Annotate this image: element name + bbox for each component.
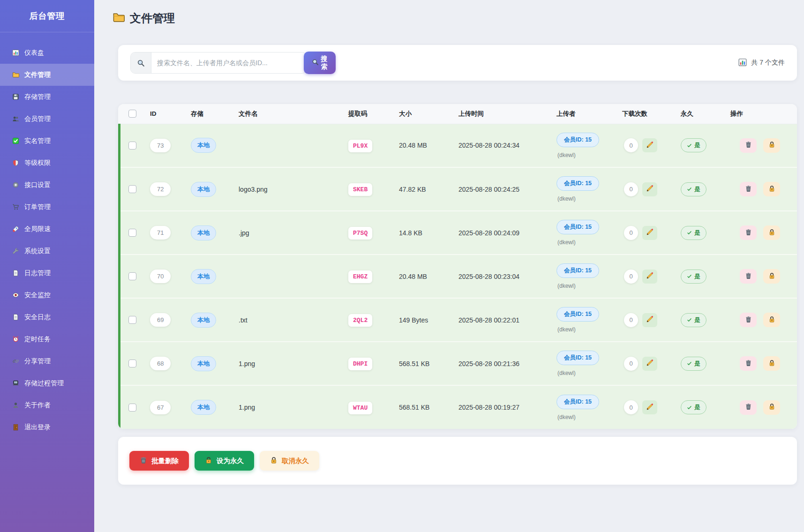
actions-cell xyxy=(740,182,797,196)
edit-downloads-button[interactable] xyxy=(642,400,657,414)
upload-time: 2025-08-28 00:24:09 xyxy=(458,229,519,237)
file-id-badge: 73 xyxy=(150,139,171,152)
toggle-permanent-button[interactable] xyxy=(763,313,780,327)
file-size: 20.48 MB xyxy=(399,142,427,149)
row-checkbox[interactable] xyxy=(128,316,136,324)
toggle-permanent-button[interactable] xyxy=(763,138,780,153)
search-icon xyxy=(131,52,151,73)
sidebar-item-orders[interactable]: 订单管理 xyxy=(0,196,94,218)
bulk-delete-label: 批量删除 xyxy=(151,457,179,465)
sidebar-item-speed-limit[interactable]: 全局限速 xyxy=(0,218,94,240)
sidebar-item-label: 等级权限 xyxy=(24,159,51,167)
storage-badge: 本地 xyxy=(191,400,216,415)
toggle-permanent-button[interactable] xyxy=(763,356,780,371)
sidebar-item-members[interactable]: 会员管理 xyxy=(0,108,94,130)
search-input[interactable] xyxy=(151,52,306,73)
upload-time: 2025-08-28 00:24:34 xyxy=(458,142,519,149)
check-icon xyxy=(687,317,692,322)
lock-icon xyxy=(270,457,278,465)
edit-downloads-button[interactable] xyxy=(642,182,657,196)
member-id-badge: 会员ID: 15 xyxy=(556,133,599,147)
delete-file-button[interactable] xyxy=(740,400,757,415)
column-header-downloads: 下载次数 xyxy=(617,104,667,124)
actions-cell xyxy=(740,400,797,415)
permanent-badge: 是 xyxy=(681,138,706,152)
column-header-uploader: 上传者 xyxy=(542,104,617,124)
search-button-label: 搜索 xyxy=(321,55,328,71)
sidebar-item-dashboard[interactable]: 仪表盘 xyxy=(0,42,94,64)
sidebar-item-label: 接口设置 xyxy=(24,181,51,189)
edit-downloads-button[interactable] xyxy=(642,138,657,152)
toggle-permanent-button[interactable] xyxy=(763,400,780,415)
download-count: 0 xyxy=(624,400,638,414)
delete-file-button[interactable] xyxy=(740,313,757,327)
row-checkbox[interactable] xyxy=(128,229,136,237)
extract-code-badge: DHPI xyxy=(348,358,372,370)
sidebar-item-storage[interactable]: 存储管理 xyxy=(0,86,94,108)
sidebar-item-security-logs[interactable]: 安全日志 xyxy=(0,306,94,328)
extract-code-badge: SKEB xyxy=(348,183,372,196)
sidebar-item-level-permissions[interactable]: 等级权限 xyxy=(0,152,94,174)
toggle-permanent-button[interactable] xyxy=(763,225,780,240)
row-checkbox[interactable] xyxy=(128,272,136,280)
delete-file-button[interactable] xyxy=(740,225,757,240)
check-icon xyxy=(687,274,692,279)
sidebar-item-stored-procedures[interactable]: 存储过程管理 xyxy=(0,372,94,394)
actions-cell xyxy=(740,356,797,371)
actions-cell xyxy=(740,313,797,327)
sidebar-item-api-settings[interactable]: 接口设置 xyxy=(0,174,94,196)
toggle-permanent-button[interactable] xyxy=(763,182,780,196)
check-icon xyxy=(687,361,692,366)
sidebar-item-files[interactable]: 文件管理 xyxy=(0,64,94,86)
sidebar-item-logout[interactable]: 退出登录 xyxy=(0,416,94,438)
permanent-badge: 是 xyxy=(681,357,706,371)
toggle-permanent-button[interactable] xyxy=(763,269,780,284)
sidebar-item-security-monitor[interactable]: 安全监控 xyxy=(0,284,94,306)
sidebar-item-log-management[interactable]: 日志管理 xyxy=(0,262,94,284)
edit-downloads-button[interactable] xyxy=(642,313,657,327)
bulk-delete-button[interactable]: 批量删除 xyxy=(129,451,189,471)
trash-icon xyxy=(745,403,752,412)
row-checkbox[interactable] xyxy=(128,360,136,367)
download-count: 0 xyxy=(624,357,638,371)
sidebar-item-about-author[interactable]: 关于作者 xyxy=(0,394,94,416)
file-table-card: ID 存储 文件名 提取码 大小 上传时间 上传者 下载次数 永久 操作 73 … xyxy=(118,104,797,429)
door-icon xyxy=(12,424,20,431)
lock-icon xyxy=(768,403,775,412)
sidebar-item-realname[interactable]: 实名管理 xyxy=(0,130,94,152)
delete-file-button[interactable] xyxy=(740,269,757,284)
pencil-icon xyxy=(646,141,654,150)
uploader-name: (dkewl) xyxy=(556,195,576,202)
sidebar-item-share-management[interactable]: 分享管理 xyxy=(0,350,94,372)
select-all-checkbox[interactable] xyxy=(128,110,136,118)
set-permanent-label: 设为永久 xyxy=(217,457,244,465)
delete-file-button[interactable] xyxy=(740,138,757,153)
row-checkbox[interactable] xyxy=(128,404,136,412)
sidebar-item-scheduled-tasks[interactable]: 定时任务 xyxy=(0,328,94,350)
search-button[interactable]: 搜索 xyxy=(304,52,336,74)
trash-icon xyxy=(745,360,752,368)
app-title: 后台管理 xyxy=(0,0,94,32)
set-permanent-button[interactable]: 设为永久 xyxy=(195,451,254,471)
sidebar-item-label: 会员管理 xyxy=(24,115,51,123)
table-row: 67 本地 1.png WTAU 568.51 KB 2025-08-28 00… xyxy=(118,385,797,429)
trash-icon xyxy=(745,185,752,194)
edit-downloads-button[interactable] xyxy=(642,270,657,284)
sidebar-item-system-settings[interactable]: 系统设置 xyxy=(0,240,94,262)
delete-file-button[interactable] xyxy=(740,182,757,196)
edit-downloads-button[interactable] xyxy=(642,357,657,371)
file-size: 14.8 KB xyxy=(399,229,422,237)
table-row: 70 本地 EHGZ 20.48 MB 2025-08-28 00:23:04 … xyxy=(118,255,797,298)
sidebar-item-label: 文件管理 xyxy=(24,71,51,79)
row-checkbox[interactable] xyxy=(128,142,136,150)
edit-downloads-button[interactable] xyxy=(642,226,657,240)
delete-file-button[interactable] xyxy=(740,356,757,371)
file-id-badge: 70 xyxy=(150,270,171,283)
download-count: 0 xyxy=(624,313,638,327)
row-checkbox[interactable] xyxy=(128,185,136,193)
uploader-cell: 会员ID: 15(dkewl) xyxy=(556,307,617,333)
permanent-badge: 是 xyxy=(681,182,706,196)
cancel-permanent-button[interactable]: 取消永久 xyxy=(260,451,319,471)
alarm-clock-icon xyxy=(12,336,20,343)
trash-icon xyxy=(745,272,752,281)
